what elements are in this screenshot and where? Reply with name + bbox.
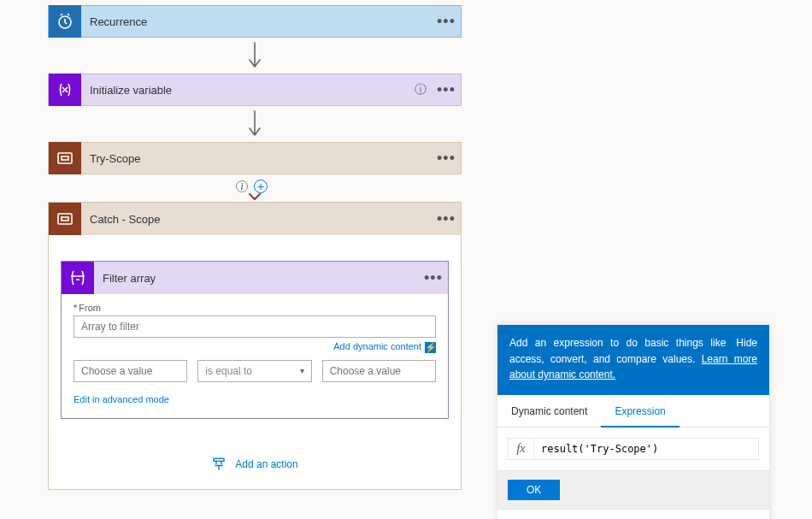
add-action-label: Add an action bbox=[235, 458, 297, 470]
expression-input-wrap: fx bbox=[508, 438, 759, 460]
tab-expression[interactable]: Expression bbox=[601, 395, 679, 428]
step-filter-array: Filter array ••• *From Add dynamic conte… bbox=[61, 261, 449, 419]
edit-advanced-mode-link[interactable]: Edit in advanced mode bbox=[74, 394, 436, 404]
step-title: Try-Scope bbox=[81, 152, 432, 165]
from-label: *From bbox=[74, 303, 436, 313]
more-menu[interactable]: ••• bbox=[432, 215, 461, 223]
chevron-down-icon: ▾ bbox=[300, 366, 304, 375]
clock-icon bbox=[49, 5, 81, 38]
add-dynamic-content-link[interactable]: Add dynamic content bbox=[333, 341, 421, 351]
svg-rect-2 bbox=[62, 156, 68, 160]
expression-input[interactable] bbox=[534, 439, 758, 459]
expression-panel: Hide Add an expression to do basic thing… bbox=[497, 325, 769, 519]
filter-header[interactable]: Filter array ••• bbox=[62, 262, 448, 294]
filter-icon bbox=[62, 262, 94, 294]
step-initialize-variable[interactable]: Initialize variable ⓘ ••• bbox=[48, 74, 462, 106]
hide-link[interactable]: Hide bbox=[736, 335, 757, 351]
step-title: Initialize variable bbox=[81, 84, 409, 97]
run-after-icon bbox=[48, 193, 462, 200]
more-menu[interactable]: ••• bbox=[419, 274, 448, 282]
step-try-scope[interactable]: Try-Scope ••• bbox=[48, 142, 462, 174]
panel-header: Hide Add an expression to do basic thing… bbox=[497, 325, 769, 395]
arrow-icon bbox=[48, 109, 462, 139]
add-action-icon bbox=[211, 457, 227, 472]
step-catch-scope: Catch - Scope ••• Filter array ••• *From… bbox=[48, 202, 462, 490]
svg-rect-4 bbox=[62, 217, 68, 221]
step-recurrence[interactable]: Recurrence ••• bbox=[48, 5, 462, 38]
tab-dynamic-content[interactable]: Dynamic content bbox=[497, 395, 601, 427]
condition-left-input[interactable] bbox=[74, 360, 187, 382]
arrow-icon bbox=[48, 41, 462, 70]
info-icon[interactable]: i bbox=[236, 180, 248, 192]
fx-icon: fx bbox=[509, 439, 534, 459]
condition-right-input[interactable] bbox=[322, 360, 436, 382]
add-action-button[interactable]: Add an action bbox=[61, 457, 449, 472]
scope-icon bbox=[49, 142, 81, 174]
step-title: Filter array bbox=[94, 272, 419, 285]
ok-button[interactable]: OK bbox=[508, 480, 560, 500]
add-step-icon[interactable]: + bbox=[254, 180, 268, 193]
scope-icon bbox=[49, 203, 81, 235]
svg-rect-3 bbox=[58, 214, 72, 224]
more-menu[interactable]: ••• bbox=[432, 86, 461, 94]
more-menu[interactable]: ••• bbox=[432, 154, 461, 162]
more-menu[interactable]: ••• bbox=[432, 17, 461, 26]
svg-rect-1 bbox=[58, 153, 72, 163]
step-title: Recurrence bbox=[81, 15, 432, 28]
catch-header[interactable]: Catch - Scope ••• bbox=[49, 203, 461, 235]
help-icon[interactable]: ⓘ bbox=[409, 82, 432, 97]
svg-rect-5 bbox=[214, 458, 224, 461]
from-input[interactable] bbox=[74, 316, 436, 338]
add-dynamic-icon[interactable]: ⚡ bbox=[425, 342, 436, 353]
condition-operator-select[interactable]: is equal to▾ bbox=[197, 360, 311, 382]
variable-icon bbox=[49, 74, 81, 106]
step-title: Catch - Scope bbox=[81, 213, 432, 226]
